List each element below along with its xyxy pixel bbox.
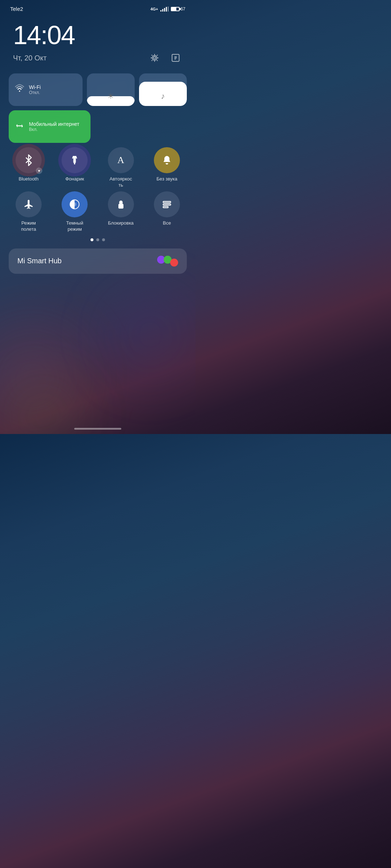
toggle-row-1: ▼ Bluetooth Фонарик A Автояркость <box>9 147 187 188</box>
bluetooth-circle: ▼ <box>16 147 42 173</box>
status-bar: Tele2 4G+ 67 <box>0 0 196 15</box>
airplane-toggle[interactable]: Режимполета <box>9 191 49 233</box>
clock-time: 14:04 <box>13 22 182 48</box>
bluetooth-toggle[interactable]: ▼ Bluetooth <box>9 147 49 188</box>
all-label: Все <box>163 220 171 226</box>
lock-toggle[interactable]: Блокировка <box>101 191 141 233</box>
date-row: Чт, 20 Окт <box>13 51 182 65</box>
lock-label: Блокировка <box>108 220 134 226</box>
page-dot-2[interactable] <box>96 238 99 241</box>
silent-label: Без звука <box>156 176 177 182</box>
svg-point-0 <box>154 57 156 59</box>
smart-hub-label: Mi Smart Hub <box>17 257 62 265</box>
status-icons: 4G+ 67 <box>151 7 185 12</box>
page-dot-3[interactable] <box>102 238 105 241</box>
network-type: 4G+ <box>151 7 158 11</box>
brightness-icon: ☀ <box>107 92 114 101</box>
signal-bars <box>160 7 169 12</box>
empty-placeholder-1 <box>95 110 139 143</box>
clock-action-icons <box>148 51 182 65</box>
wifi-tile[interactable]: Wi-Fi Откл. <box>9 73 83 106</box>
hub-icons <box>157 256 178 267</box>
mobile-data-label: Мобильный интернет <box>29 121 79 127</box>
battery-icon <box>171 7 180 11</box>
toggle-grid: ▼ Bluetooth Фонарик A Автояркость <box>0 147 196 233</box>
wifi-sublabel: Откл. <box>29 90 41 95</box>
clock-date: Чт, 20 Окт <box>13 54 47 62</box>
page-dots <box>0 238 196 241</box>
svg-rect-13 <box>163 204 171 205</box>
flashlight-circle <box>62 147 88 173</box>
volume-tile[interactable]: ♪ <box>139 73 187 106</box>
edit-icon[interactable] <box>169 51 182 65</box>
mobile-data-tile[interactable]: Мобильный интернет Вкл. <box>9 110 91 143</box>
airplane-circle <box>16 191 42 217</box>
battery-percent: 67 <box>181 7 185 12</box>
tiles-row-1: Wi-Fi Откл. ☀ ♪ <box>9 73 187 106</box>
carrier-label: Tele2 <box>10 6 23 12</box>
darkmode-label: Темныйрежим <box>66 220 83 233</box>
wifi-icon <box>14 84 25 96</box>
toggle-row-2: Режимполета Темныйрежим Блокировка <box>9 191 187 233</box>
hub-dot-red <box>170 259 178 267</box>
svg-rect-14 <box>163 207 168 208</box>
tiles-row-2: Мобильный интернет Вкл. <box>9 110 187 143</box>
bluetooth-label: Bluetooth <box>19 176 39 182</box>
darkmode-toggle[interactable]: Темныйрежим <box>55 191 94 233</box>
svg-point-1 <box>152 56 157 60</box>
silent-toggle[interactable]: Без звука <box>147 147 187 188</box>
lock-circle <box>108 191 134 217</box>
smart-hub-widget[interactable]: Mi Smart Hub <box>9 248 187 274</box>
wifi-label: Wi-Fi <box>29 84 41 90</box>
flashlight-label: Фонарик <box>65 176 84 182</box>
silent-circle <box>154 147 180 173</box>
battery-fill <box>172 8 176 10</box>
svg-rect-12 <box>163 201 171 203</box>
mobile-data-sublabel: Вкл. <box>29 127 79 132</box>
page-dot-1[interactable] <box>91 238 93 241</box>
flashlight-toggle[interactable]: Фонарик <box>55 147 94 188</box>
settings-icon[interactable] <box>148 51 161 65</box>
airplane-label: Режимполета <box>21 220 36 233</box>
mobile-data-icon <box>14 121 25 132</box>
darkmode-circle <box>62 191 88 217</box>
autobright-circle: A <box>108 147 134 173</box>
all-toggle[interactable]: Все <box>147 191 187 233</box>
empty-placeholder-2 <box>143 110 187 143</box>
autobright-label: Автояркость <box>110 176 132 188</box>
svg-rect-8 <box>73 158 76 163</box>
clock-section: 14:04 Чт, 20 Окт <box>0 15 196 71</box>
volume-icon: ♪ <box>161 92 165 101</box>
autobright-toggle[interactable]: A Автояркость <box>101 147 141 188</box>
svg-point-10 <box>73 203 76 206</box>
home-indicator[interactable] <box>74 428 121 430</box>
all-circle <box>154 191 180 217</box>
svg-rect-11 <box>118 204 123 209</box>
svg-point-6 <box>19 90 20 92</box>
battery: 67 <box>171 7 185 12</box>
brightness-tile[interactable]: ☀ <box>87 73 135 106</box>
quick-tiles: Wi-Fi Откл. ☀ ♪ Мобильный интернет <box>0 71 196 143</box>
